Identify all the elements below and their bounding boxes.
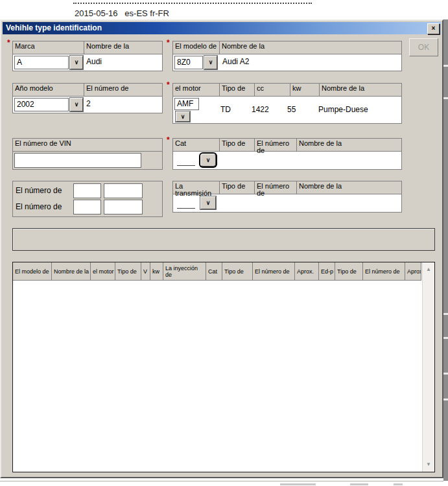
modelo-dropdown-button[interactable]: ∨ — [204, 56, 217, 69]
modelo-combobox[interactable]: 8Z0 ∨ — [174, 56, 217, 69]
anio-header: Año modelo — [13, 84, 84, 96]
screen: 2015-05-16 es-ES fr-FR Vehihle type iden… — [0, 0, 448, 486]
numero-row1-label: El número de — [16, 183, 62, 198]
motor-group: el motor Tipo de cc kw Nombre de la AMF … — [172, 83, 402, 124]
results-scrollbar[interactable]: ▲ ▼ — [422, 262, 434, 472]
cat-numero-header: El número de — [255, 139, 297, 151]
dialog-title: Vehihle type identification — [3, 22, 441, 34]
modelo-value[interactable]: 8Z0 — [174, 56, 203, 69]
marca-header: Marca — [13, 41, 84, 54]
modelo-group: El modelo de Nombre de la 8Z0 ∨ Audi A2 — [172, 41, 402, 71]
chevron-down-icon: ∨ — [209, 60, 213, 65]
numero-row2-input1[interactable] — [73, 200, 101, 214]
vin-group: El número de VIN — [12, 138, 163, 170]
column-header: el motor — [91, 262, 115, 281]
column-header: Tipo de — [222, 262, 253, 281]
results-table[interactable]: El modelo de Nombre de la el motor Tipo … — [12, 262, 435, 472]
anio-modelo-group: Año modelo El número de 2002 ∨ 2 — [12, 83, 163, 113]
close-button[interactable]: × — [427, 23, 440, 34]
cat-tipo-header: Tipo de — [220, 139, 255, 151]
transmision-tipo-header: Tipo de — [220, 181, 255, 194]
background-text-fragment — [394, 483, 403, 485]
column-header: El modelo de — [13, 262, 52, 281]
scroll-up-icon[interactable]: ▲ — [423, 264, 434, 275]
modelo-name-value: Audi A2 — [222, 55, 249, 69]
column-header: Cat — [206, 262, 222, 281]
transmision-group: La transmisión Tipo de El número de Nomb… — [172, 181, 402, 213]
motor-tipo-value: TD — [220, 103, 231, 117]
column-header: Aprox. — [295, 262, 319, 281]
anio-value[interactable]: 2002 — [14, 98, 69, 111]
motor-dropdown-button[interactable]: ∨ — [176, 111, 190, 122]
motor-cc-value: 1422 — [252, 103, 269, 117]
required-marker: * — [167, 80, 170, 89]
motor-code-field[interactable]: AMF — [174, 98, 199, 110]
cat-group: Cat Tipo de El número de Nombre de la ∨ — [172, 138, 402, 170]
column-header: El número de — [363, 262, 405, 281]
transmision-name-header: Nombre de la — [297, 181, 401, 194]
marca-value[interactable]: A — [14, 56, 69, 69]
motor-header: el motor — [173, 84, 220, 96]
required-marker: * — [167, 135, 170, 145]
column-header: Ed-p — [319, 262, 335, 281]
chevron-down-icon: ∨ — [206, 200, 211, 206]
results-table-body[interactable] — [13, 281, 421, 472]
numero-row1-input2[interactable] — [104, 183, 143, 198]
chevron-down-icon: ∨ — [75, 60, 79, 65]
background-text-fragment — [350, 483, 368, 485]
cat-dropdown-button[interactable]: ∨ — [200, 154, 216, 167]
background-date-text: 2015-05-16 es-ES fr-FR — [75, 8, 169, 18]
vin-header: El número de VIN — [13, 139, 162, 151]
background-dotted-line — [73, 3, 312, 4]
motor-kw-value: 55 — [287, 103, 296, 117]
vin-input[interactable] — [14, 153, 141, 168]
column-header: Tipo de — [115, 262, 141, 281]
transmision-numero-header: El número de — [255, 181, 297, 194]
background-divider-line — [0, 481, 443, 481]
marca-combobox[interactable]: A ∨ — [14, 56, 83, 69]
scroll-down-icon[interactable]: ▼ — [423, 459, 434, 470]
background-scroll-mark — [443, 373, 448, 375]
modelo-header: El modelo de — [173, 41, 220, 54]
numero-row1-input1[interactable] — [73, 183, 101, 198]
chevron-down-icon: ∨ — [181, 114, 185, 120]
column-header: Aprox. — [405, 262, 421, 281]
dialog-vehicle-type-identification: Vehihle type identification × * Marca No… — [0, 19, 443, 478]
marca-dropdown-button[interactable]: ∨ — [70, 56, 83, 69]
anio-numero-value: 2 — [86, 97, 91, 111]
motor-tipo-header: Tipo de — [220, 84, 255, 96]
modelo-name-header: Nombre de la — [220, 41, 401, 54]
background-scroll-mark — [443, 97, 448, 99]
transmision-dropdown-button[interactable]: ∨ — [200, 196, 216, 209]
background-scroll-mark — [443, 399, 448, 400]
required-marker: * — [167, 38, 170, 47]
column-header: Tipo de — [335, 262, 363, 281]
background-scroll-mark — [443, 65, 448, 67]
background-scroll-mark — [443, 313, 448, 315]
motor-name-header: Nombre de la — [320, 84, 401, 96]
anio-dropdown-button[interactable]: ∨ — [70, 98, 83, 111]
close-icon: × — [432, 25, 436, 32]
numero-group: El número de El número de — [12, 181, 163, 217]
dialog-titlebar[interactable]: Vehihle type identification × — [3, 22, 441, 34]
cat-header: Cat — [173, 139, 220, 151]
anio-numero-header: El número de — [84, 84, 162, 96]
cat-value[interactable] — [177, 165, 195, 166]
anio-combobox[interactable]: 2002 ∨ — [14, 98, 83, 111]
transmision-header: La transmisión — [173, 181, 220, 194]
background-scroll-mark — [443, 337, 448, 339]
transmision-value[interactable] — [177, 208, 195, 209]
numero-row2-label: El número de — [16, 200, 62, 214]
required-marker: * — [7, 38, 10, 47]
column-header: El número de — [253, 262, 295, 281]
background-text-fragment — [280, 483, 316, 485]
chevron-down-icon: ∨ — [206, 157, 211, 163]
column-header: La inyección de — [163, 262, 206, 281]
numero-row2-input2[interactable] — [104, 200, 143, 214]
marca-group: Marca Nombre de la A ∨ Audi — [12, 41, 163, 71]
motor-name-value: Pumpe-Duese — [318, 103, 368, 117]
marca-name-value: Audi — [86, 55, 102, 69]
results-table-header-row: El modelo de Nombre de la el motor Tipo … — [13, 262, 421, 281]
ok-button[interactable]: OK — [409, 38, 438, 56]
background-right-strip — [443, 19, 448, 481]
